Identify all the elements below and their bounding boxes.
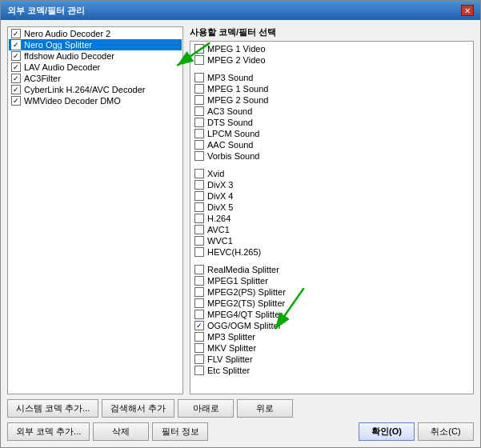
filter-list-item[interactable]: DTS Sound bbox=[192, 117, 471, 128]
codec-list-item[interactable]: CyberLink H.264/AVC Decoder bbox=[9, 84, 182, 95]
move-up-button[interactable]: 위로 bbox=[237, 399, 293, 418]
filter-checkbox[interactable] bbox=[194, 106, 204, 116]
item-label: Nero Ogg Splitter bbox=[24, 40, 92, 50]
filter-checkbox[interactable] bbox=[194, 343, 204, 353]
item-checkbox[interactable] bbox=[11, 85, 21, 94]
close-button[interactable]: ✕ bbox=[461, 5, 474, 16]
filter-checkbox[interactable] bbox=[194, 276, 204, 286]
cancel-button[interactable]: 취소(C) bbox=[418, 422, 474, 441]
filter-label: WVC1 bbox=[207, 236, 233, 246]
filter-list-item[interactable]: MP3 Sound bbox=[192, 72, 471, 83]
filter-checkbox[interactable] bbox=[194, 180, 204, 190]
search-add-button[interactable]: 검색해서 추가 bbox=[102, 399, 174, 418]
filter-label: AVC1 bbox=[207, 225, 230, 234]
filter-checkbox[interactable] bbox=[194, 44, 204, 54]
filter-list-item[interactable]: MPEG 1 Sound bbox=[192, 83, 471, 94]
filter-list-item[interactable]: Xvid bbox=[192, 168, 471, 179]
filter-checkbox[interactable] bbox=[194, 73, 204, 82]
filter-list-item[interactable]: MKV Splitter bbox=[192, 342, 471, 354]
filter-checkbox[interactable] bbox=[194, 214, 204, 223]
item-checkbox[interactable] bbox=[11, 51, 21, 61]
filter-checkbox[interactable] bbox=[194, 151, 204, 161]
filter-list-item[interactable]: AC3 Sound bbox=[192, 106, 471, 117]
filter-checkbox[interactable] bbox=[194, 287, 204, 297]
filter-list-item[interactable]: MPEG 1 Video bbox=[192, 43, 471, 54]
filter-list-item[interactable]: AVC1 bbox=[192, 224, 471, 235]
add-system-button[interactable]: 시스템 코덱 추가... bbox=[7, 399, 98, 418]
filter-checkbox[interactable] bbox=[194, 202, 204, 212]
filter-label: Etc Splitter bbox=[207, 366, 250, 375]
filter-list-item[interactable]: LPCM Sound bbox=[192, 128, 471, 139]
item-checkbox[interactable] bbox=[11, 62, 21, 72]
filter-info-button[interactable]: 필터 정보 bbox=[152, 422, 208, 441]
codec-list-item[interactable]: LAV Audio Decoder bbox=[9, 62, 182, 73]
filter-list-item[interactable]: DivX 5 bbox=[192, 202, 471, 213]
filter-list-item[interactable]: MPEG 2 Video bbox=[192, 54, 471, 66]
filter-checkbox[interactable] bbox=[194, 55, 204, 65]
filter-checkbox[interactable] bbox=[194, 191, 204, 201]
item-label: CyberLink H.264/AVC Decoder bbox=[24, 85, 145, 94]
filter-checkbox[interactable] bbox=[194, 298, 204, 308]
filter-list-item[interactable]: Etc Splitter bbox=[192, 365, 471, 376]
filter-checkbox[interactable] bbox=[194, 354, 204, 364]
move-down-button[interactable]: 아래로 bbox=[178, 399, 234, 418]
filter-list-item[interactable]: MPEG4/QT Splitter bbox=[192, 309, 471, 320]
filter-checkbox[interactable] bbox=[194, 129, 204, 138]
filter-checkbox[interactable] bbox=[194, 118, 204, 127]
filter-list-item[interactable]: FLV Splitter bbox=[192, 354, 471, 365]
content-area: Nero Audio Decoder 2Nero Ogg Splitterffd… bbox=[1, 20, 480, 447]
filter-list-item[interactable]: RealMedia Splitter bbox=[192, 264, 471, 275]
filter-list[interactable]: MPEG 1 VideoMPEG 2 VideoMP3 SoundMPEG 1 … bbox=[190, 41, 474, 394]
filter-checkbox[interactable] bbox=[194, 169, 204, 178]
filter-label: MPEG4/QT Splitter bbox=[207, 310, 283, 319]
filter-checkbox[interactable] bbox=[194, 265, 204, 274]
item-label: AC3Filter bbox=[24, 74, 61, 83]
filter-checkbox[interactable] bbox=[194, 225, 204, 234]
confirm-button[interactable]: 확인(O) bbox=[359, 422, 415, 441]
filter-checkbox[interactable] bbox=[194, 95, 204, 105]
filter-checkbox[interactable] bbox=[194, 332, 204, 342]
filter-list-item[interactable]: OGG/OGM Splitter bbox=[192, 320, 471, 331]
filter-list-item[interactable]: DivX 3 bbox=[192, 179, 471, 190]
delete-button[interactable]: 삭제 bbox=[93, 422, 149, 441]
item-label: WMVideo Decoder DMO bbox=[24, 96, 121, 106]
filter-checkbox[interactable] bbox=[194, 247, 204, 257]
filter-list-item[interactable]: HEVC(H.265) bbox=[192, 246, 471, 258]
filter-list-item[interactable]: H.264 bbox=[192, 213, 471, 224]
main-area: Nero Audio Decoder 2Nero Ogg Splitterffd… bbox=[7, 26, 474, 394]
filter-list-item[interactable]: Vorbis Sound bbox=[192, 150, 471, 162]
filter-checkbox[interactable] bbox=[194, 310, 204, 319]
filter-list-item[interactable]: MPEG1 Splitter bbox=[192, 275, 471, 286]
filter-label: DivX 3 bbox=[207, 180, 233, 190]
codec-list-item[interactable]: AC3Filter bbox=[9, 73, 182, 84]
filter-checkbox[interactable] bbox=[194, 140, 204, 150]
item-checkbox[interactable] bbox=[11, 74, 21, 83]
filter-list-item[interactable]: MP3 Splitter bbox=[192, 331, 471, 342]
right-panel-title: 사용할 코덱/필터 선택 bbox=[190, 26, 474, 38]
codec-list-item[interactable]: Nero Ogg Splitter bbox=[9, 39, 182, 50]
filter-label: H.264 bbox=[207, 214, 230, 223]
filter-list-item[interactable]: DivX 4 bbox=[192, 190, 471, 202]
main-window: 외부 코덱/필터 관리 ✕ Nero Audio Decoder 2Nero O… bbox=[0, 0, 481, 448]
item-checkbox[interactable] bbox=[11, 29, 21, 38]
filter-list-item[interactable]: MPEG 2 Sound bbox=[192, 94, 471, 106]
filter-checkbox[interactable] bbox=[194, 236, 204, 246]
filter-label: DTS Sound bbox=[207, 118, 253, 127]
item-checkbox[interactable] bbox=[11, 40, 21, 50]
filter-list-item[interactable]: MPEG2(TS) Splitter bbox=[192, 298, 471, 309]
filter-list-item[interactable]: MPEG2(PS) Splitter bbox=[192, 286, 471, 298]
filter-checkbox[interactable] bbox=[194, 366, 204, 375]
item-label: Nero Audio Decoder 2 bbox=[24, 29, 110, 38]
filter-checkbox[interactable] bbox=[194, 84, 204, 94]
filter-list-item[interactable]: AAC Sound bbox=[192, 139, 471, 150]
codec-list-item[interactable]: Nero Audio Decoder 2 bbox=[9, 28, 182, 39]
filter-label: Vorbis Sound bbox=[207, 151, 259, 161]
add-external-button[interactable]: 외부 코덱 추가... bbox=[7, 422, 90, 441]
codec-list-item[interactable]: ffdshow Audio Decoder bbox=[9, 50, 182, 62]
item-checkbox[interactable] bbox=[11, 96, 21, 106]
filter-list-item[interactable]: WVC1 bbox=[192, 235, 471, 246]
codec-list-item[interactable]: WMVideo Decoder DMO bbox=[9, 95, 182, 106]
left-panel: Nero Audio Decoder 2Nero Ogg Splitterffd… bbox=[7, 26, 183, 394]
filter-checkbox[interactable] bbox=[194, 321, 204, 330]
codec-listbox[interactable]: Nero Audio Decoder 2Nero Ogg Splitterffd… bbox=[7, 26, 183, 394]
